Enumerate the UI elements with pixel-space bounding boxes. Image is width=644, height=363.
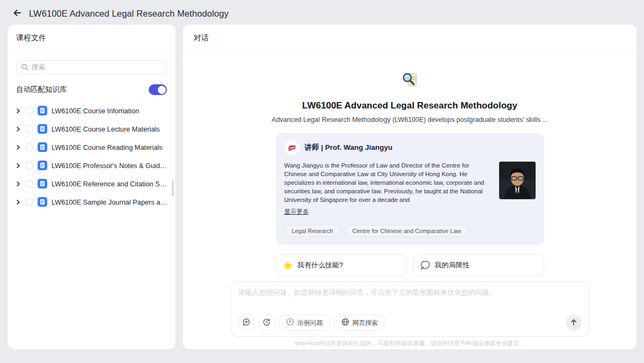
- file-checkbox[interactable]: [25, 143, 33, 151]
- file-checkbox[interactable]: [25, 107, 33, 115]
- globe-icon: [341, 318, 349, 328]
- instructor-card-header: CityU 讲师 | Prof. Wang Jiangyu: [284, 140, 536, 155]
- send-button[interactable]: [566, 315, 582, 331]
- instructor-card-body: Wang Jiangyu is the Professor of Law and…: [284, 161, 536, 216]
- file-tree: LW6100E Course Infomation LW6100E Course…: [8, 99, 175, 215]
- suggestion-button[interactable]: 💭 我的局限性: [413, 255, 544, 276]
- chevron-right-icon[interactable]: [15, 199, 21, 205]
- file-checkbox[interactable]: [25, 162, 33, 170]
- toggle-knob: [158, 86, 166, 94]
- knowledge-base-icon: [38, 197, 47, 207]
- arrow-left-icon: [12, 8, 22, 20]
- knowledge-base-icon: [38, 179, 47, 188]
- page-title: LW6100E Advanced Legal Research Methodol…: [29, 9, 229, 19]
- ai-disclaimer: WiseHub的回答是由AI生成的，可能有错误或遗漏。提供的信息不构成法律或专业…: [183, 339, 636, 347]
- suggestion-emoji-icon: 🌟: [283, 262, 292, 269]
- sidebar-scrollbar[interactable]: [172, 180, 174, 197]
- knowledge-base-icon: [38, 161, 47, 170]
- chevron-right-icon[interactable]: [15, 108, 21, 114]
- file-checkbox[interactable]: [25, 180, 33, 188]
- chevron-right-icon[interactable]: [15, 181, 21, 187]
- auto-match-toggle[interactable]: [149, 84, 167, 95]
- message-composer: ? 示例问题 网页搜索: [231, 281, 589, 337]
- chat-panel: 对话 LW6100E Advanced Legal Research Metho…: [183, 25, 636, 350]
- chat-header: 对话: [183, 25, 636, 51]
- instructor-name: 讲师 | Prof. Wang Jiangyu: [305, 143, 393, 153]
- file-tree-item[interactable]: LW6100E Course Infomation: [12, 101, 171, 120]
- search-icon: [21, 63, 28, 71]
- svg-text:?: ?: [289, 320, 291, 324]
- arrow-up-icon: [570, 318, 577, 328]
- back-button[interactable]: [12, 8, 23, 19]
- tag-badge: Legal Research: [284, 225, 341, 237]
- knowledge-base-icon: [38, 106, 47, 115]
- composer-toolbar: ? 示例问题 网页搜索: [238, 315, 582, 331]
- sidebar-title: 课程文件: [8, 25, 175, 51]
- chat-body: LW6100E Advanced Legal Research Methodol…: [183, 51, 636, 350]
- knowledge-base-icon: [38, 124, 47, 134]
- suggestion-label: 我有什么技能?: [297, 260, 343, 270]
- question-badge-icon: ?: [286, 318, 294, 328]
- search-box: [16, 60, 167, 74]
- document-search-icon: [400, 70, 420, 90]
- topbar: LW6100E Advanced Legal Research Methodol…: [0, 0, 644, 25]
- web-search-label: 网页搜索: [353, 318, 378, 328]
- chevron-right-icon[interactable]: [15, 163, 21, 169]
- tag-badge: Centre for Chinese and Comparative Law: [345, 225, 469, 237]
- file-tree-item[interactable]: LW6100E Professor's Notes & Guidance: [12, 156, 171, 175]
- suggestion-buttons: 🌟 我有什么技能? 💭 我的局限性: [276, 255, 544, 276]
- instructor-tags: Legal Research Centre for Chinese and Co…: [284, 225, 536, 237]
- knowledge-base-icon: [38, 142, 47, 152]
- file-label: LW6100E Course Infomation: [52, 107, 139, 115]
- example-questions-button[interactable]: ? 示例问题: [279, 315, 330, 331]
- file-checkbox[interactable]: [25, 125, 33, 133]
- question-input[interactable]: [238, 288, 582, 310]
- new-chat-bubble-plus-icon: [242, 318, 251, 328]
- course-subtitle: Advanced Legal Research Methodology (LW6…: [272, 116, 548, 124]
- instructor-card: CityU 讲师 | Prof. Wang Jiangyu Wang Jiang…: [276, 133, 544, 245]
- history-button[interactable]: [259, 315, 275, 331]
- file-label: LW6100E Course Lecture Materials: [52, 125, 160, 133]
- example-questions-label: 示例问题: [297, 318, 323, 328]
- new-chat-button[interactable]: [238, 315, 254, 331]
- instructor-bio: Wang Jiangyu is the Professor of Law and…: [284, 161, 492, 204]
- history-clock-icon: [262, 318, 271, 328]
- file-label: LW6100E Sample Journal Papers and...: [52, 198, 168, 206]
- file-label: LW6100E Reference and Citation Styles: [52, 180, 168, 188]
- auto-match-label: 自动匹配知识库: [16, 85, 67, 95]
- instructor-photo: [499, 162, 536, 199]
- chevron-right-icon[interactable]: [15, 144, 21, 150]
- suggestion-label: 我的局限性: [435, 260, 470, 270]
- course-files-sidebar: 课程文件 自动匹配知识库: [8, 25, 175, 350]
- auto-match-row: 自动匹配知识库: [16, 84, 167, 95]
- chevron-right-icon[interactable]: [15, 126, 21, 132]
- file-tree-item[interactable]: LW6100E Sample Journal Papers and...: [12, 193, 171, 211]
- file-tree-item[interactable]: LW6100E Course Lecture Materials: [12, 120, 171, 138]
- suggestion-button[interactable]: 🌟 我有什么技能?: [276, 255, 407, 276]
- suggestion-emoji-icon: 💭: [421, 262, 430, 269]
- file-tree-item[interactable]: LW6100E Reference and Citation Styles: [12, 175, 171, 193]
- cityu-logo-avatar: CityU: [284, 140, 299, 155]
- file-label: LW6100E Professor's Notes & Guidance: [52, 162, 168, 170]
- file-tree-item[interactable]: LW6100E Course Reading Materials: [12, 138, 171, 156]
- file-label: LW6100E Course Reading Materials: [52, 143, 163, 151]
- content-area: 课程文件 自动匹配知识库: [0, 25, 644, 350]
- course-title: LW6100E Advanced Legal Research Methodol…: [302, 100, 517, 111]
- show-more-link[interactable]: 显示更多: [284, 208, 309, 216]
- web-search-button[interactable]: 网页搜索: [334, 315, 385, 331]
- file-checkbox[interactable]: [25, 198, 33, 206]
- search-input[interactable]: [16, 60, 167, 74]
